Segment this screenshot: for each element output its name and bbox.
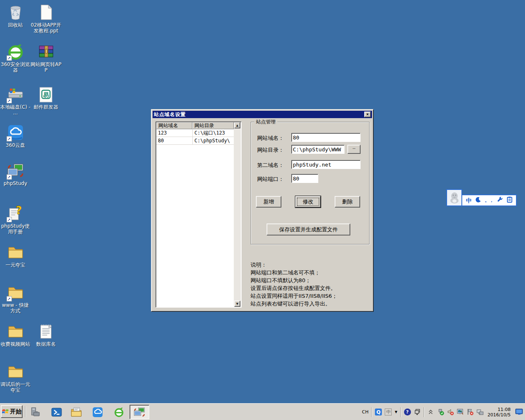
- browse-button[interactable]: ··: [347, 145, 361, 154]
- svg-text:易: 易: [43, 91, 49, 98]
- icon-label: 360安全浏览器: [0, 62, 31, 73]
- cell-domain[interactable]: 80: [156, 137, 192, 144]
- desktop-icon-winrar-archive[interactable]: 网站网页转APP: [30, 43, 62, 73]
- desktop-icon-folder-yiyuanduobao[interactable]: 一元夺宝: [0, 243, 31, 268]
- list-scrollbar[interactable]: ▲ ▼: [234, 122, 241, 307]
- qq-penguin-icon[interactable]: [446, 189, 462, 206]
- network-icon[interactable]: [477, 409, 484, 415]
- shortcut-arrow-icon: ➚: [7, 217, 12, 222]
- desktop-icon-360-cloud[interactable]: ➚ 360云盘: [0, 123, 31, 148]
- desktop-icon-ppt-document[interactable]: 02移动APP开发教程.ppt: [30, 3, 62, 34]
- site-domain-settings-dialog: 站点域名设置 × 网站域名 网站目录 123 C:\端口\123 80 C:\p…: [151, 109, 374, 312]
- cell-domain[interactable]: 123: [156, 129, 192, 137]
- icon-label: 邮件群发器: [30, 104, 62, 110]
- tray-separator: [371, 407, 372, 417]
- chevron-down-icon[interactable]: ▼: [395, 410, 397, 414]
- quicklaunch-360-browser[interactable]: [113, 406, 125, 418]
- desktop-icon-phpstudy-manual[interactable]: ? ➚ phpStudy使用手册: [0, 204, 31, 235]
- domain-label: 网站域名：: [257, 135, 284, 142]
- desktop-icon-mail-sender[interactable]: 易 邮件群发器: [30, 85, 62, 110]
- desktop-icon-folder-debugged[interactable]: 调试后的一元夺宝: [0, 363, 31, 393]
- modify-button[interactable]: 修改: [295, 196, 321, 208]
- chinese-mode-icon[interactable]: 中: [466, 198, 472, 203]
- punctuation-icon[interactable]: 。，: [485, 198, 494, 203]
- usb-remove-icon[interactable]: [437, 409, 444, 415]
- desktop-icon-local-disk-c[interactable]: ➚ 本地磁盘(C) - ...: [0, 85, 31, 116]
- quicklaunch-file-explorer[interactable]: [71, 406, 82, 418]
- ime-toolbar: 中 。，: [446, 189, 517, 206]
- start-button[interactable]: 开始: [1, 405, 23, 418]
- note-line: 站点设置同样适用于IIS7/IIS8/IIS6；: [251, 292, 372, 300]
- display-icon[interactable]: [457, 409, 464, 415]
- site-list-grid: 网站域名 网站目录 123 C:\端口\123 80 C:\phpStudy\: [156, 122, 234, 307]
- shortcut-arrow-icon: ➚: [7, 98, 12, 103]
- field-row-second-domain: 第二域名：: [251, 160, 369, 170]
- start-label: 开始: [10, 408, 22, 415]
- phpstudy-icon: ➚: [7, 162, 25, 180]
- site-list-row[interactable]: 123 C:\端口\123: [156, 129, 234, 137]
- taskbar-button-phpstudy[interactable]: [130, 405, 149, 419]
- collapse-chevron-icon[interactable]: [427, 409, 434, 415]
- restore-toolbar-icon[interactable]: [414, 409, 421, 415]
- qq-ime-icon[interactable]: Q: [375, 409, 382, 415]
- icon-label: 收费视频网站: [0, 341, 31, 347]
- language-indicator[interactable]: CH: [362, 409, 368, 415]
- domain-input[interactable]: [291, 133, 361, 142]
- close-icon[interactable]: ×: [364, 112, 371, 117]
- cell-directory[interactable]: C:\端口\123: [192, 129, 234, 137]
- keyboard-layout-icon[interactable]: 中: [385, 409, 392, 415]
- desktop-icon-database-doc[interactable]: 数据库名: [30, 322, 62, 347]
- quicklaunch-powershell[interactable]: [51, 406, 62, 418]
- notes-block: 说明： 网站端口和第二域名可不填； 网站端口不填默认为80； 设置后请点保存按钮…: [251, 261, 372, 308]
- site-management-groupbox: 站点管理 网站域名： 网站目录： ·· 第二域名： 网站端口： 新增 修改 删除…: [251, 122, 370, 244]
- icon-label: 数据库名: [30, 341, 62, 347]
- desktop-icon-phpstudy[interactable]: ➚ phpStudy: [0, 162, 31, 186]
- taskbar-separator: [25, 406, 26, 417]
- desktop-icon-folder-www[interactable]: ➚ www - 快捷方式: [0, 283, 31, 314]
- folder-icon: [7, 363, 25, 381]
- directory-input[interactable]: [291, 145, 345, 154]
- tray-clock[interactable]: 11:08 2016/10/5: [486, 407, 512, 418]
- desktop-icon-recycle-bin[interactable]: 回收站: [0, 3, 31, 28]
- field-row-directory: 网站目录： ··: [251, 145, 369, 155]
- quicklaunch-admin-tools[interactable]: [30, 406, 41, 418]
- desktop-icon-360-browser[interactable]: ➚ 360安全浏览器: [0, 43, 31, 73]
- help-icon[interactable]: ?: [404, 409, 411, 415]
- recycle-bin-icon: [7, 3, 25, 21]
- field-row-port: 网站端口：: [251, 174, 369, 184]
- flag-error-icon[interactable]: [467, 409, 474, 415]
- volume-muted-icon[interactable]: [447, 409, 454, 415]
- site-list[interactable]: 网站域名 网站目录 123 C:\端口\123 80 C:\phpStudy\ …: [155, 121, 242, 308]
- site-list-row[interactable]: 80 C:\phpStudy\: [156, 137, 234, 145]
- port-input[interactable]: [291, 174, 318, 183]
- icon-label: 一元夺宝: [0, 262, 31, 268]
- shortcut-arrow-icon: ➚: [7, 55, 12, 61]
- wrench-icon[interactable]: [498, 196, 503, 204]
- file-explorer-icon: [71, 407, 82, 418]
- scroll-down-icon[interactable]: ▼: [234, 301, 240, 307]
- text-document-icon: [37, 322, 55, 340]
- save-config-button[interactable]: 保存设置并生成配置文件: [267, 224, 350, 235]
- directory-label: 网站目录：: [257, 146, 284, 154]
- quicklaunch-360-cloud[interactable]: [92, 406, 103, 418]
- desktop-icon-folder-paid-video[interactable]: 收费视频网站: [0, 322, 31, 347]
- 360-browser-icon: ➚: [7, 43, 25, 61]
- show-desktop-icon[interactable]: [515, 409, 524, 415]
- delete-button[interactable]: 删除: [335, 196, 360, 208]
- note-line: 网站端口和第二域名可不填；: [251, 269, 372, 276]
- 360-cloud-icon: ➚: [7, 123, 25, 142]
- column-header-directory[interactable]: 网站目录: [192, 122, 234, 129]
- folder-icon: [7, 322, 25, 340]
- moon-icon[interactable]: [475, 196, 481, 204]
- 360-browser-icon: [114, 407, 124, 418]
- scroll-up-icon[interactable]: ▲: [234, 122, 240, 128]
- cell-directory[interactable]: C:\phpStudy\: [192, 137, 234, 144]
- column-header-domain[interactable]: 网站域名: [156, 122, 192, 129]
- note-line: 网站端口不填默认为80；: [251, 276, 372, 284]
- add-button[interactable]: 新增: [256, 196, 281, 208]
- dialog-titlebar[interactable]: 站点域名设置 ×: [153, 111, 372, 118]
- powershell-icon: [51, 407, 62, 418]
- folder-icon: [7, 243, 25, 261]
- second-domain-input[interactable]: [291, 160, 361, 169]
- clipboard-icon[interactable]: [507, 196, 512, 204]
